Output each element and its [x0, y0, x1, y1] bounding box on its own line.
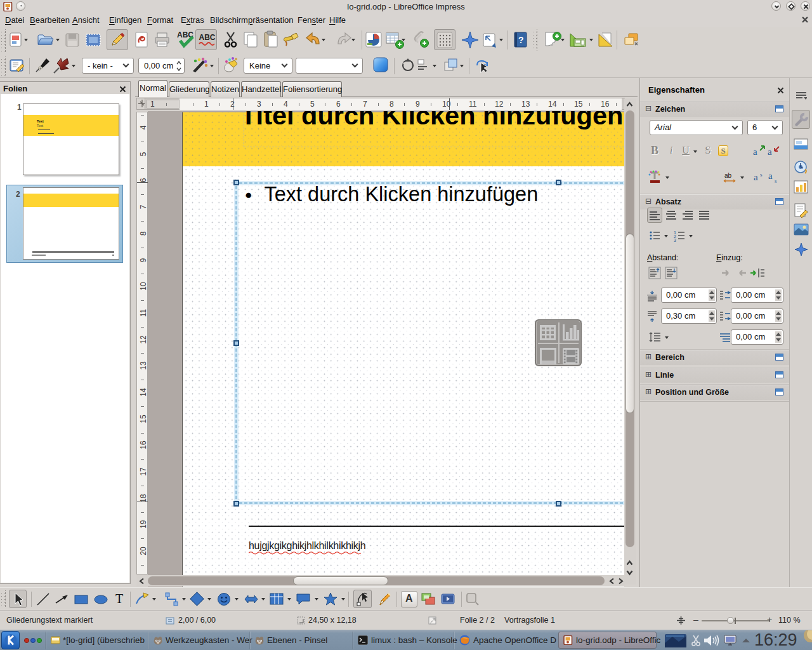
svg-text:ABC: ABC [199, 33, 216, 42]
svg-text:s: s [775, 178, 777, 184]
svg-text:a: a [754, 172, 758, 182]
svg-text:ab: ab [724, 172, 732, 179]
svg-text:a: a [768, 147, 772, 157]
svg-text:a: a [768, 171, 773, 181]
svg-text:s: s [760, 171, 763, 178]
svg-text:a: a [753, 147, 757, 157]
svg-text:?: ? [518, 35, 524, 45]
svg-text:3: 3 [674, 238, 676, 242]
